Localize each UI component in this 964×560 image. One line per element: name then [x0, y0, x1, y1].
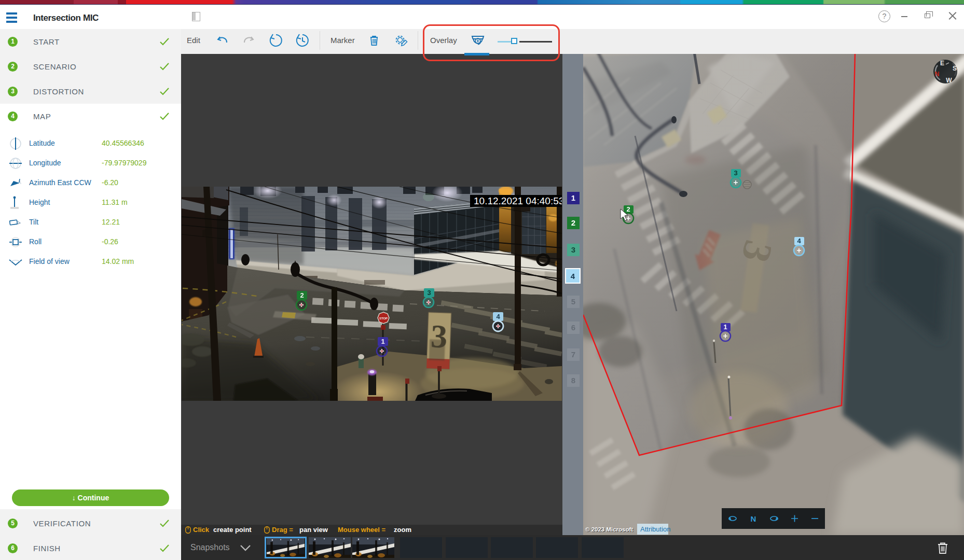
svg-text:4: 4: [797, 237, 801, 245]
svg-text:S: S: [953, 65, 957, 72]
svg-text:2: 2: [626, 205, 630, 213]
svg-text:3: 3: [734, 169, 737, 177]
svg-text:N: N: [935, 71, 940, 78]
svg-text:W: W: [946, 77, 952, 84]
svg-text:© 2023 Microsoft: © 2023 Microsoft: [585, 526, 633, 533]
svg-text:10.12.2021 04:40:53: 10.12.2021 04:40:53: [474, 195, 562, 206]
svg-text:N: N: [751, 514, 756, 523]
svg-text:1: 1: [723, 323, 727, 331]
svg-text:E: E: [940, 60, 944, 67]
svg-text:Attribution: Attribution: [640, 525, 671, 533]
